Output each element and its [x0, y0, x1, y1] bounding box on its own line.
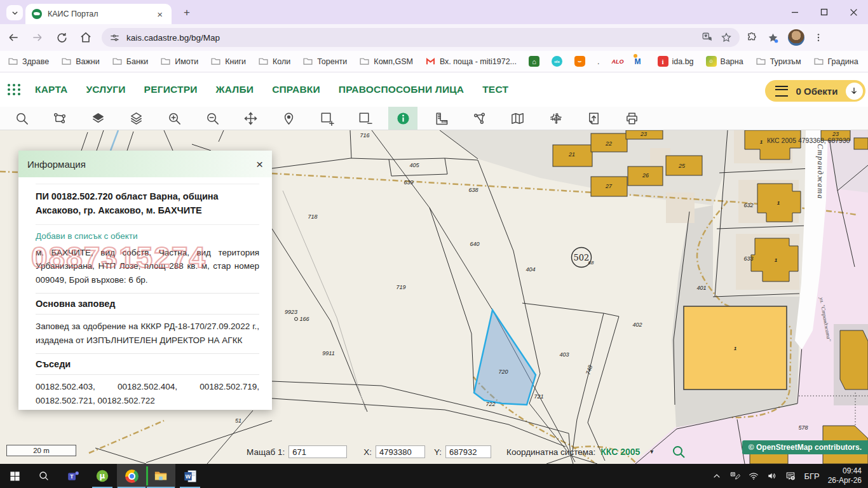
zoom-in-tool[interactable] [163, 107, 186, 130]
bookmark-item-Вх. поща - miti1972...[interactable]: Вх. поща - miti1972... [425, 56, 517, 67]
map-label-718: 718 [308, 214, 317, 220]
map-search-tool[interactable] [10, 107, 33, 130]
info-tool[interactable] [388, 107, 417, 130]
forward-button[interactable] [27, 27, 48, 48]
nav-item-1[interactable]: КАРТА [35, 84, 67, 95]
x-coordinate-input[interactable] [376, 445, 425, 458]
x-label: X: [363, 447, 372, 457]
info-panel-header[interactable]: Информация × [18, 151, 272, 177]
measure-area-tool[interactable] [468, 107, 491, 130]
zoom-out-tool[interactable] [201, 107, 224, 130]
rectangle-add-tool[interactable] [315, 107, 338, 130]
translate-icon[interactable] [702, 32, 713, 43]
bookmark-item-Важни[interactable]: Важни [61, 56, 100, 67]
bookmark-item-olx[interactable]: olx [552, 56, 562, 67]
arrow-down-icon [850, 86, 858, 95]
desktop-screen: КАИС Портал × + kais.cadastre.bg/bg/Map [0, 0, 868, 488]
map-sheets-tool[interactable] [506, 107, 529, 130]
pen-input-icon[interactable] [730, 471, 740, 481]
apps-grid-icon[interactable] [8, 84, 21, 95]
language-indicator[interactable]: БГР [804, 471, 819, 481]
nav-item-7[interactable]: ТЕСТ [482, 84, 508, 95]
location-pin-tool[interactable] [277, 107, 300, 130]
tray-chevron-icon[interactable] [712, 471, 722, 481]
print-tool[interactable] [620, 107, 643, 130]
bookmark-item-Градина[interactable]: Градина [813, 56, 858, 67]
coordinate-grid-tool[interactable] [544, 107, 567, 130]
wifi-icon[interactable] [749, 471, 759, 481]
minimize-button[interactable] [780, 0, 810, 24]
osm-attribution[interactable]: © OpenStreetMap contributors. [742, 440, 868, 454]
start-button[interactable] [0, 464, 29, 488]
bookmark-item-Туризъм[interactable]: Туризъм [756, 56, 801, 67]
nav-item-4[interactable]: ЖАЛБИ [216, 84, 254, 95]
nav-item-3[interactable]: РЕГИСТРИ [144, 84, 198, 95]
taskbar-utorrent-button[interactable]: µ [88, 464, 117, 488]
layers-tool[interactable] [125, 107, 147, 130]
map-label-401: 401 [696, 285, 706, 291]
tab-search-button[interactable] [6, 5, 23, 20]
measure-length-tool[interactable] [430, 107, 452, 130]
objects-expand-button[interactable] [846, 83, 863, 100]
route-tool[interactable] [48, 107, 71, 130]
pan-tool[interactable] [239, 107, 262, 130]
info-panel-close-icon[interactable]: × [256, 158, 263, 170]
coordinate-search-icon[interactable] [671, 444, 686, 459]
map-viewport[interactable]: 7164056396386407187199923166991140440374… [0, 130, 868, 464]
bookmark-item-Имоти[interactable]: Имоти [160, 56, 198, 67]
site-info-tune-icon[interactable] [109, 32, 120, 43]
action-center-icon[interactable] [785, 471, 796, 481]
maximize-button[interactable] [810, 0, 839, 24]
taskbar-clock[interactable]: 09:44 26-Apr-26 [828, 466, 862, 485]
objects-list-button[interactable]: 0 Обекти [765, 80, 865, 102]
browser-tabstrip: КАИС Портал × + [0, 0, 868, 24]
bookmark-item-Здраве[interactable]: Здраве [8, 56, 49, 67]
add-to-objects-link[interactable]: Добави в списък с обекти [36, 231, 137, 241]
close-button[interactable] [839, 0, 868, 24]
bookmark-star-icon[interactable] [721, 32, 732, 43]
scale-label: Мащаб 1: [247, 447, 285, 457]
browser-menu-kebab-icon[interactable] [813, 32, 824, 43]
nav-item-6[interactable]: ПРАВОСПОСОБНИ ЛИЦА [339, 84, 464, 95]
home-button[interactable] [75, 27, 97, 48]
browser-tab[interactable]: КАИС Портал × [25, 4, 172, 24]
bookmark-item-house[interactable]: ⌂ [529, 56, 539, 67]
bookmark-item-Коли[interactable]: Коли [258, 56, 290, 67]
profile-avatar[interactable] [788, 29, 804, 46]
nav-item-5[interactable]: СПРАВКИ [272, 84, 320, 95]
crs-value[interactable]: ККС 2005 [600, 447, 640, 457]
bookmark-item-mobile[interactable]: M [635, 56, 646, 67]
back-button[interactable] [3, 27, 24, 48]
bookmark-item-Варна[interactable]: ☺Варна [706, 56, 743, 67]
reload-button[interactable] [51, 27, 72, 48]
taskbar-search-button[interactable] [29, 464, 58, 488]
nav-item-2[interactable]: УСЛУГИ [86, 84, 125, 95]
extensions-puzzle-icon[interactable] [746, 32, 758, 44]
layers-solid-tool[interactable] [86, 107, 109, 130]
url-bar[interactable]: kais.cadastre.bg/bg/Map [102, 28, 740, 47]
bookmark-item-Комп,GSM[interactable]: Комп,GSM [359, 56, 413, 67]
scale-input[interactable] [288, 445, 347, 458]
taskbar-teams-button[interactable]: T [58, 464, 88, 488]
url-text[interactable]: kais.cadastre.bg/bg/Map [126, 33, 702, 43]
bookmark-item-Торенти[interactable]: Торенти [302, 56, 347, 67]
bookmark-item-alo[interactable]: ALO [612, 56, 623, 67]
export-tool[interactable] [582, 107, 605, 130]
info-panel-title: Информация [27, 159, 256, 170]
taskbar-word-button[interactable]: W [175, 464, 205, 488]
bookmark-item-ida.bg[interactable]: iida.bg [658, 56, 694, 67]
crs-dropdown-caret-icon[interactable]: ▼ [649, 449, 654, 455]
side-panel-star-icon[interactable] [767, 32, 779, 44]
bookmark-item-.[interactable]: . [597, 57, 599, 66]
y-coordinate-input[interactable] [445, 445, 491, 458]
new-tab-button[interactable]: + [179, 5, 194, 20]
taskbar-chrome-button[interactable] [117, 464, 146, 488]
taskbar-explorer-button[interactable] [146, 464, 175, 488]
volume-icon[interactable] [767, 471, 777, 481]
bookmark-item-bag[interactable]: ⌣ [574, 56, 585, 67]
bookmark-item-Банки[interactable]: Банки [112, 56, 149, 67]
bookmark-item-Книги[interactable]: Книги [210, 56, 246, 67]
tab-close-icon[interactable]: × [154, 8, 165, 20]
rectangle-remove-tool[interactable] [353, 107, 376, 130]
ida-bg-icon: i [658, 56, 668, 67]
